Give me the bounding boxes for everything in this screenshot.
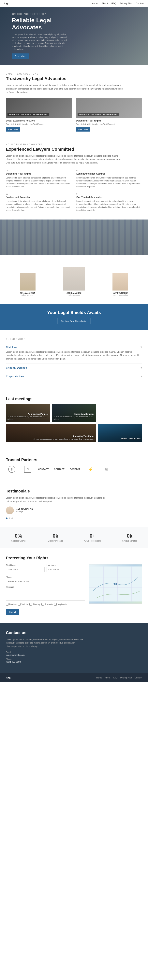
checkbox-barrister[interactable]: Barrister bbox=[6, 603, 17, 606]
advocate-item-1: 01 Defending Your Rights Lorem ipsum dol… bbox=[6, 169, 72, 188]
checkbox-solicitor[interactable]: Solicitor bbox=[18, 603, 29, 606]
phone-input[interactable] bbox=[6, 579, 85, 584]
advocate-num-1: 01 bbox=[6, 169, 72, 172]
meetings-section: Last meetings Your Justice Partners At v… bbox=[0, 389, 148, 450]
stat-label-4: Simque Donates bbox=[115, 540, 144, 542]
checkboxes-group: Barrister Solicitor Attorney Advocate Ma… bbox=[6, 603, 85, 606]
advocate-item-3: 03 Justice and Protection Lorem ipsum do… bbox=[6, 193, 72, 212]
expert-card-image-1: Sample link. Click to select the Text El… bbox=[6, 98, 72, 118]
advocate-item-4: 04 Our Trusted Advocates Lorem ipsum dol… bbox=[76, 193, 142, 212]
footer-links: Home About FAQ Pricing Plan Contact bbox=[96, 676, 142, 679]
map-placeholder bbox=[89, 564, 142, 604]
service-title-3: Corporate Law bbox=[6, 375, 24, 378]
svg-rect-5 bbox=[131, 566, 132, 601]
form-title: Protecting Your Rights bbox=[6, 556, 142, 560]
advocate-title-4: Our Trusted Advocates bbox=[76, 196, 142, 199]
service-item-2[interactable]: Criminal Defense ∨ bbox=[6, 363, 142, 372]
hero-subtitle: JUSTICE AND PROTECTION bbox=[12, 13, 67, 15]
testimonials-title: Testimonials bbox=[6, 489, 142, 493]
service-title-1: Civil Law bbox=[6, 346, 17, 349]
last-name-input[interactable] bbox=[46, 567, 85, 572]
footer-link-pricing[interactable]: Pricing Plan bbox=[120, 676, 132, 679]
form-section: Protecting Your Rights First Name Last N… bbox=[0, 548, 148, 623]
expert-card-cta-2[interactable]: Read More bbox=[76, 127, 91, 132]
expert-card-cta-1[interactable]: Read More bbox=[6, 127, 20, 132]
advocates-label: YOUR TRUSTED ADVOCATES bbox=[6, 143, 142, 146]
last-name-label: Last Name bbox=[46, 564, 85, 566]
service-title-2: Criminal Defense bbox=[6, 366, 27, 369]
service-item-1[interactable]: Civil Law ∨ Lorem ipsum dolor sit amet, … bbox=[6, 343, 142, 364]
cta-title: Your Legal Shields Awaits bbox=[6, 310, 142, 315]
footer-link-home[interactable]: Home bbox=[96, 676, 102, 679]
partners-title: Trusted Partners bbox=[6, 458, 142, 462]
partner-logo-7: ⊞ bbox=[101, 465, 113, 473]
team-avatar-1 bbox=[20, 273, 35, 291]
team-member-3: NAT REYNOLDS Accountant-auditor bbox=[99, 273, 142, 296]
team-section: CELIA ALMEIDA Office Manager JACK ALVARE… bbox=[0, 255, 148, 304]
team-name-2: JACK ALVAREZ bbox=[67, 292, 81, 294]
cta-button[interactable]: Get Your Free Consultation bbox=[57, 318, 91, 324]
building-image bbox=[0, 220, 148, 255]
hero-section: JUSTICE AND PROTECTION Reliable Legal Ad… bbox=[0, 7, 148, 65]
testimonial-dot-2[interactable] bbox=[9, 517, 10, 519]
testimonial-dot-1[interactable] bbox=[6, 517, 8, 519]
meeting-title-3: Protecting Your Rights bbox=[73, 435, 94, 438]
partners-logos: ◎ □ CONTACT CONTACT CONTACT ⚡ ⊞ bbox=[6, 465, 142, 473]
expert-card-overlay-1: Sample link. Click to select the Text El… bbox=[8, 113, 49, 116]
advocate-desc-1: Lorem ipsum dolor sit amet, consectetur … bbox=[6, 176, 72, 188]
svg-rect-1 bbox=[89, 577, 142, 577]
expert-card-2: Sample link. Click to select the Text El… bbox=[76, 98, 142, 132]
team-name-3: NAT REYNOLDS bbox=[113, 292, 128, 294]
team-role-3: Accountant-auditor bbox=[113, 294, 128, 296]
message-input[interactable] bbox=[6, 589, 85, 601]
checkbox-magistrate[interactable]: Magistrate bbox=[54, 603, 67, 606]
testimonial-dots bbox=[6, 517, 142, 519]
partner-logo-3: CONTACT bbox=[38, 465, 49, 473]
testimonial-role: Manager bbox=[16, 511, 33, 512]
cta-banner: Your Legal Shields Awaits Get Your Free … bbox=[0, 304, 148, 330]
contact-phone-value: +123-456-7890 bbox=[6, 661, 142, 663]
advocate-item-2: 02 Legal Excellence Assured Lorem ipsum … bbox=[76, 169, 142, 188]
footer-link-faq[interactable]: FAQ bbox=[113, 676, 118, 679]
checkbox-attorney[interactable]: Attorney bbox=[29, 603, 40, 606]
hero-cta-button[interactable]: Read More bbox=[12, 53, 29, 59]
form-submit-button[interactable]: Submit bbox=[6, 609, 19, 615]
stat-4: 0k Simque Donates bbox=[111, 527, 148, 548]
advocates-description: Lorem ipsum dolor sit amet, consectetur … bbox=[6, 154, 124, 165]
services-label: OUR SERVICES bbox=[6, 338, 142, 340]
advocate-num-2: 02 bbox=[76, 169, 142, 172]
checkbox-advocate[interactable]: Advocate bbox=[41, 603, 53, 606]
first-name-input[interactable] bbox=[6, 567, 45, 572]
expert-title: Trustworthy Legal Advocates bbox=[6, 76, 142, 81]
meetings-title: Last meetings bbox=[6, 397, 142, 401]
service-item-3[interactable]: Corporate Law ∨ bbox=[6, 372, 142, 381]
team-member-1: CELIA ALMEIDA Office Manager bbox=[6, 273, 49, 296]
stat-label-1: Satisfied Clients bbox=[4, 540, 33, 542]
expert-card-overlay-2: Sample link. Click to select the Text El… bbox=[78, 113, 119, 116]
advocate-title-1: Defending Your Rights bbox=[6, 172, 72, 175]
stat-number-1: 0% bbox=[4, 533, 33, 539]
meeting-desc-2: At vero eos et accusam et justo duo dolo… bbox=[54, 415, 94, 420]
expert-card-title-1: Legal Excellence Assured bbox=[6, 119, 72, 122]
stat-number-4: 0k bbox=[115, 533, 144, 539]
expert-card-title-2: Defending Your Rights bbox=[76, 119, 142, 122]
footer-link-contact[interactable]: Contact bbox=[135, 676, 142, 679]
contact-title: Contact us bbox=[6, 630, 142, 635]
footer-link-about[interactable]: About bbox=[105, 676, 110, 679]
advocate-num-3: 03 bbox=[6, 193, 72, 195]
testimonial-dot-3[interactable] bbox=[11, 517, 13, 519]
expert-card-desc-2: Sample link. Click to select the Text El… bbox=[76, 123, 142, 126]
meeting-card-4: March For Our Lives bbox=[98, 424, 142, 442]
nav-logo[interactable]: logo bbox=[4, 2, 9, 5]
chevron-down-icon-1: ∨ bbox=[140, 346, 142, 348]
advocate-desc-4: Lorem ipsum dolor sit amet, consectetur … bbox=[76, 200, 142, 212]
team-avatar-2 bbox=[63, 267, 85, 291]
team-role-1: Office Manager bbox=[22, 294, 33, 296]
services-section: OUR SERVICES Civil Law ∨ Lorem ipsum dol… bbox=[0, 330, 148, 389]
meeting-title-1: Your Justice Partners bbox=[28, 413, 49, 415]
chevron-down-icon-2: ∨ bbox=[140, 366, 142, 369]
contact-phone: Phone +123-456-7890 bbox=[6, 658, 142, 663]
contact-description: Lorem ipsum dolor sit amet, consectetur … bbox=[6, 638, 85, 648]
footer-logo: logo bbox=[6, 676, 11, 679]
advocate-title-2: Legal Excellence Assured bbox=[76, 172, 142, 175]
